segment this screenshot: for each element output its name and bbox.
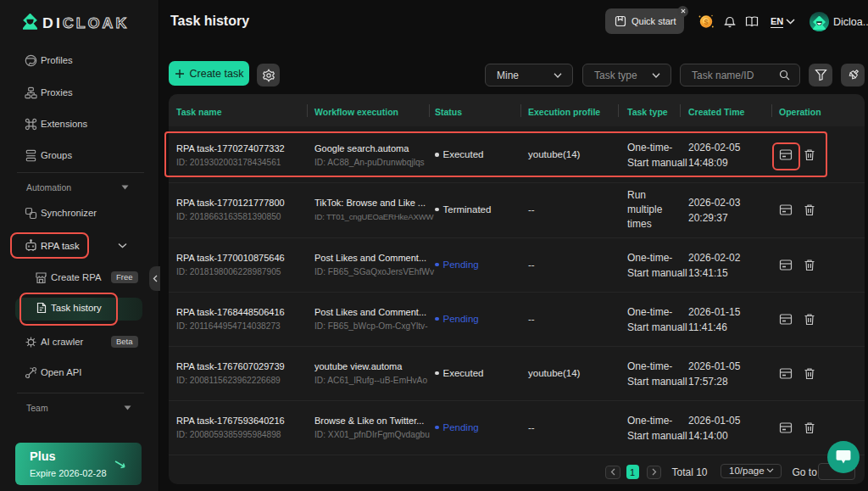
svg-text:$: $ <box>704 18 708 26</box>
